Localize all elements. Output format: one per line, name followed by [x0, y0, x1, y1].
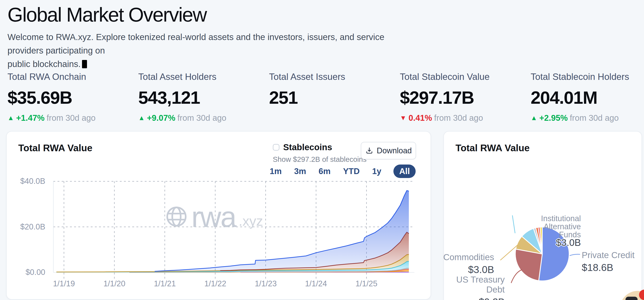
range-1y[interactable]: 1y: [372, 165, 382, 178]
delta-arrow-icon: ▲: [138, 114, 145, 122]
stat-value: 204.01M: [531, 87, 644, 108]
delta-arrow-icon: ▲: [531, 114, 537, 122]
stat-label: Total Asset Holders: [138, 72, 269, 82]
stat-value: $35.69B: [8, 87, 138, 108]
download-icon: [365, 146, 374, 155]
y-axis-label-40b: $40.0B: [12, 177, 45, 186]
y-axis-label-20b: $20.0B: [12, 222, 45, 231]
stat-value: 543,121: [138, 87, 269, 108]
stat-total-stablecoin-holders: Total Stablecoin Holders 204.01M ▲ +2.95…: [531, 72, 644, 123]
callout-label: Private Credit: [582, 250, 634, 260]
callout-institutional-alternative-funds: Institutional Alternative Funds: [541, 215, 581, 239]
stacked-area-chart[interactable]: [52, 179, 418, 283]
callout-value-institutional: $3.0B: [556, 237, 581, 248]
x-axis-label-2021: 1/1/21: [154, 279, 176, 288]
download-label: Download: [377, 146, 412, 155]
stat-total-stablecoin-value: Total Stablecoin Value $297.17B ▼ 0.41% …: [400, 72, 531, 123]
callout-private-credit: Private Credit $18.6B: [582, 250, 634, 273]
page-subtitle: Welcome to RWA.xyz. Explore tokenized re…: [8, 30, 414, 71]
callout-value: $18.6B: [582, 262, 634, 273]
stat-value: 251: [269, 87, 400, 108]
stat-delta: ▲ +2.95% from 30d ago: [531, 113, 644, 123]
subtitle-line2: public blockchains.: [8, 59, 81, 69]
stat-delta: ▲ +1.47% from 30d ago: [8, 113, 138, 123]
callout-us-treasury-debt: US Treasury Debt $9.2B: [444, 275, 505, 300]
delta-suffix: from 30d ago: [434, 113, 483, 123]
delta-pct: +1.47%: [16, 113, 45, 123]
callout-commodities: Commodities $3.0B: [443, 252, 494, 275]
range-3m[interactable]: 3m: [294, 165, 307, 178]
stablecoins-label: Stablecoins: [283, 142, 332, 152]
stat-label: Total Asset Issuers: [269, 72, 400, 82]
page-title: Global Market Overview: [8, 3, 206, 26]
stablecoins-toggle-group: Stablecoins Show $297.2B of stablecoins: [273, 142, 366, 163]
total-rwa-value-pie-card: Total RWA Value Institutional Alternativ…: [444, 131, 642, 300]
delta-arrow-icon: ▼: [400, 114, 406, 122]
page: { "page": { "title": "Global Market Over…: [0, 0, 644, 300]
stat-total-asset-issuers: Total Asset Issuers 251: [269, 72, 400, 123]
missing-glyph-box: [82, 60, 87, 68]
callout-label: Alternative: [541, 223, 581, 231]
x-axis-label-2022: 1/1/22: [204, 279, 226, 288]
chat-bubble-icon: [626, 297, 638, 300]
subtitle-line1: Welcome to RWA.xyz. Explore tokenized re…: [8, 32, 384, 55]
stat-total-rwa-onchain: Total RWA Onchain $35.69B ▲ +1.47% from …: [8, 72, 138, 123]
y-axis-label-0: $0.00: [12, 268, 45, 277]
callout-value: $9.2B: [444, 296, 505, 300]
delta-pct: +9.07%: [147, 113, 176, 123]
callout-label: Commodities: [443, 252, 494, 262]
stat-delta: ▲ +9.07% from 30d ago: [138, 113, 269, 123]
stat-label: Total RWA Onchain: [8, 72, 138, 82]
callout-value: $3.0B: [443, 264, 494, 275]
stat-delta: [269, 113, 400, 123]
delta-pct: +2.95%: [539, 113, 568, 123]
download-button[interactable]: Download: [361, 142, 416, 159]
delta-suffix: from 30d ago: [570, 113, 619, 123]
stablecoins-checkbox[interactable]: [273, 144, 280, 151]
time-range-selector: 1m 3m 6m YTD 1y All: [297, 165, 416, 178]
stat-value: $297.17B: [400, 87, 531, 108]
stat-label: Total Stablecoin Value: [400, 72, 531, 82]
range-1m[interactable]: 1m: [269, 165, 282, 178]
chart-card-title: Total RWA Value: [18, 142, 92, 154]
x-axis-label-2019: 1/1/19: [53, 279, 75, 288]
x-axis-label-2024: 1/1/24: [305, 279, 327, 288]
stat-total-asset-holders: Total Asset Holders 543,121 ▲ +9.07% fro…: [138, 72, 269, 123]
delta-pct: 0.41%: [408, 113, 432, 123]
x-axis-label-2025: 1/1/25: [356, 279, 378, 288]
delta-suffix: from 30d ago: [177, 113, 226, 123]
stat-delta: ▼ 0.41% from 30d ago: [400, 113, 531, 123]
range-6m[interactable]: 6m: [318, 165, 331, 178]
range-all[interactable]: All: [394, 165, 416, 178]
stat-label: Total Stablecoin Holders: [531, 72, 644, 82]
range-ytd[interactable]: YTD: [342, 165, 360, 178]
delta-arrow-icon: ▲: [8, 114, 14, 122]
stats-row: Total RWA Onchain $35.69B ▲ +1.47% from …: [8, 72, 644, 123]
stablecoins-subtext: Show $297.2B of stablecoins: [273, 155, 366, 163]
x-axis-label-2020: 1/1/20: [104, 279, 126, 288]
delta-suffix: from 30d ago: [46, 113, 96, 123]
total-rwa-value-chart-card: Total RWA Value Stablecoins Show $297.2B…: [6, 131, 431, 300]
x-axis-label-2023: 1/1/23: [255, 279, 277, 288]
callout-label: US Treasury Debt: [444, 275, 505, 295]
callout-label: Institutional: [541, 215, 581, 223]
